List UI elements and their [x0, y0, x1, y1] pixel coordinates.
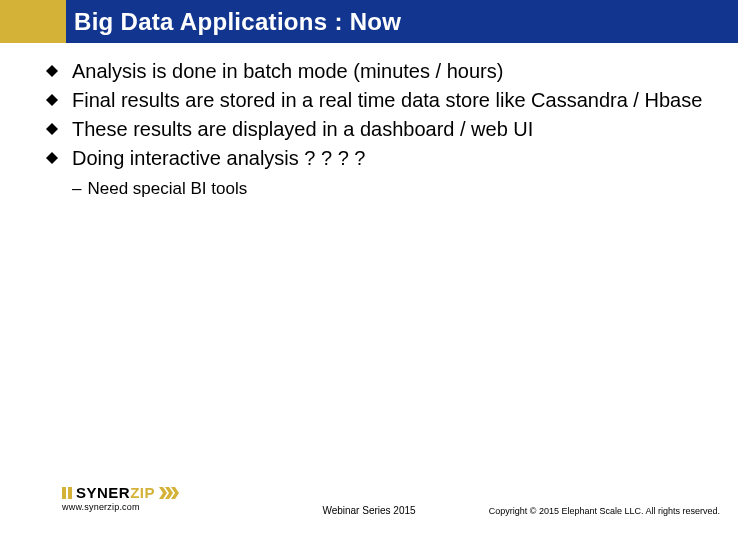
slide-body: Analysis is done in batch mode (minutes … — [46, 58, 718, 202]
logo-text-right: ZIP — [130, 484, 155, 501]
svg-marker-1 — [46, 94, 58, 106]
logo-text-left: SYNER — [76, 484, 130, 501]
logo-mark-icon — [62, 487, 74, 499]
diamond-bullet-icon — [46, 123, 58, 135]
footer-copyright: Copyright © 2015 Elephant Scale LLC. All… — [489, 506, 720, 516]
bullet-item: These results are displayed in a dashboa… — [46, 116, 718, 143]
dash-bullet-icon: – — [72, 179, 81, 198]
bullet-list: Analysis is done in batch mode (minutes … — [46, 58, 718, 172]
sub-bullet-list: –Need special BI tools — [72, 176, 718, 202]
header-accent-block — [0, 0, 66, 43]
header-title-bar: Big Data Applications : Now — [66, 0, 738, 43]
diamond-bullet-icon — [46, 152, 58, 164]
bullet-item: Doing interactive analysis ? ? ? ? — [46, 145, 718, 172]
bullet-text: These results are displayed in a dashboa… — [72, 118, 533, 140]
slide: Big Data Applications : Now Analysis is … — [0, 0, 738, 540]
bullet-item: Final results are stored in a real time … — [46, 87, 718, 114]
logo-wordmark: SYNERZIP — [76, 484, 155, 501]
slide-footer: SYNERZIP www.synerzip.com Webinar Series… — [0, 480, 738, 530]
sub-bullet-text: Need special BI tools — [87, 179, 247, 198]
bullet-item: Analysis is done in batch mode (minutes … — [46, 58, 718, 85]
diamond-bullet-icon — [46, 94, 58, 106]
chevrons-icon — [159, 487, 185, 499]
svg-marker-3 — [46, 152, 58, 164]
svg-marker-4 — [159, 487, 167, 499]
slide-title: Big Data Applications : Now — [74, 8, 401, 36]
svg-marker-2 — [46, 123, 58, 135]
bullet-text: Final results are stored in a real time … — [72, 89, 702, 111]
bullet-text: Doing interactive analysis ? ? ? ? — [72, 147, 366, 169]
svg-marker-0 — [46, 65, 58, 77]
logo-row: SYNERZIP — [62, 484, 185, 501]
slide-header: Big Data Applications : Now — [0, 0, 738, 43]
bullet-text: Analysis is done in batch mode (minutes … — [72, 60, 503, 82]
sub-bullet-item: –Need special BI tools — [72, 176, 718, 202]
diamond-bullet-icon — [46, 65, 58, 77]
